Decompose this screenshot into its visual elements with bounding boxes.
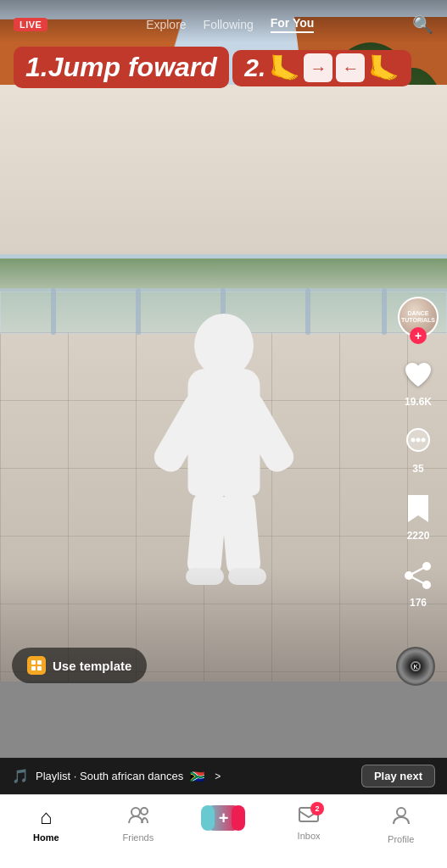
comment-action[interactable]: 35 bbox=[400, 423, 437, 475]
top-header: LIVE Explore Following For You 🔍 bbox=[0, 0, 447, 42]
like-icon-container bbox=[400, 356, 437, 393]
live-badge: LIVE bbox=[14, 18, 47, 31]
nav-item-profile[interactable]: Profile bbox=[376, 805, 427, 844]
bookmark-icon bbox=[404, 492, 433, 525]
heart-icon bbox=[402, 359, 434, 391]
svg-point-2 bbox=[416, 438, 421, 442]
person-head bbox=[194, 314, 254, 377]
nav-label-home: Home bbox=[33, 832, 59, 843]
template-grid-icon bbox=[31, 659, 42, 671]
template-icon bbox=[27, 656, 46, 675]
create-button[interactable]: + bbox=[204, 805, 242, 831]
svg-point-1 bbox=[411, 438, 416, 442]
jump-text-line1: 1.Jump foward bbox=[14, 47, 229, 88]
railing-post bbox=[136, 288, 141, 335]
bookmark-count: 2220 bbox=[407, 530, 430, 542]
bookmark-action[interactable]: 2220 bbox=[400, 490, 437, 542]
railing-post bbox=[305, 288, 310, 335]
share-action[interactable]: 176 bbox=[400, 557, 437, 609]
foot-right-emoji: 🦶 bbox=[368, 53, 400, 83]
svg-point-13 bbox=[131, 808, 140, 816]
wall bbox=[0, 85, 447, 254]
railing-post bbox=[382, 288, 387, 335]
bottom-nav: ⌂ Home Friends + 2 Inbox bbox=[0, 794, 447, 868]
share-count: 176 bbox=[410, 597, 427, 609]
profile-icon bbox=[391, 805, 411, 831]
playlist-icon: 🎵 bbox=[12, 768, 29, 784]
inbox-icon-wrapper: 2 bbox=[299, 805, 319, 827]
playlist-chevron-icon: > bbox=[215, 771, 221, 782]
use-template-button[interactable]: Use template bbox=[12, 648, 147, 683]
like-count: 19.6K bbox=[405, 396, 432, 408]
person-leg-right bbox=[220, 490, 261, 577]
tab-for-you[interactable]: For You bbox=[271, 16, 315, 33]
svg-rect-12 bbox=[37, 666, 42, 670]
music-disc[interactable]: K bbox=[396, 647, 435, 686]
flag-icon: 🇿🇦 bbox=[190, 770, 204, 783]
arrow-right-box: → bbox=[304, 53, 332, 82]
right-actions: DANCE TUTORIALS + 19.6K 35 bbox=[398, 297, 439, 609]
nav-label-friends: Friends bbox=[123, 832, 154, 843]
nav-label-profile: Profile bbox=[388, 834, 414, 844]
tab-explore[interactable]: Explore bbox=[146, 18, 186, 31]
nav-item-create[interactable]: + bbox=[204, 805, 242, 831]
comment-count: 35 bbox=[412, 463, 423, 475]
person-silhouette bbox=[165, 314, 283, 585]
svg-point-16 bbox=[397, 808, 405, 816]
avatar-label: DANCE TUTORIALS bbox=[400, 310, 437, 325]
comment-icon bbox=[402, 426, 434, 458]
railing-post bbox=[51, 288, 56, 335]
friends-icon bbox=[127, 805, 149, 829]
tab-following[interactable]: Following bbox=[204, 18, 254, 31]
bottom-info-area bbox=[0, 682, 447, 758]
bookmark-icon-container bbox=[400, 490, 437, 527]
playlist-bar: 🎵 Playlist · South african dances 🇿🇦 > P… bbox=[0, 758, 447, 794]
inbox-badge: 2 bbox=[310, 802, 324, 815]
svg-point-3 bbox=[422, 438, 426, 442]
svg-rect-9 bbox=[31, 660, 36, 665]
arrow-left-box: ← bbox=[336, 53, 365, 82]
svg-rect-11 bbox=[31, 666, 36, 670]
svg-line-8 bbox=[409, 576, 427, 585]
nav-item-inbox[interactable]: 2 Inbox bbox=[283, 805, 334, 841]
person-body bbox=[187, 369, 260, 496]
avatar-container: DANCE TUTORIALS + bbox=[398, 297, 439, 337]
music-disc-inner: K bbox=[411, 661, 421, 671]
svg-line-7 bbox=[409, 566, 427, 576]
music-disc-letter: K bbox=[413, 664, 417, 670]
step2-row: 2. 🦶 → ← 🦶 bbox=[232, 50, 411, 86]
playlist-text: Playlist · South african dances bbox=[36, 770, 183, 782]
foot-left-emoji: 🦶 bbox=[269, 53, 300, 83]
video-background bbox=[0, 0, 447, 737]
nav-tabs: Explore Following For You bbox=[146, 16, 314, 33]
svg-rect-10 bbox=[37, 660, 42, 665]
svg-point-14 bbox=[141, 808, 148, 815]
plus-icon: + bbox=[219, 809, 229, 828]
nav-label-inbox: Inbox bbox=[298, 831, 321, 841]
play-next-button[interactable]: Play next bbox=[361, 765, 435, 787]
use-template-label: Use template bbox=[53, 659, 131, 673]
step2-number: 2. bbox=[244, 53, 265, 82]
like-action[interactable]: 19.6K bbox=[400, 356, 437, 408]
home-icon: ⌂ bbox=[40, 805, 53, 829]
playlist-left[interactable]: 🎵 Playlist · South african dances 🇿🇦 > bbox=[12, 768, 221, 784]
nav-item-friends[interactable]: Friends bbox=[113, 805, 164, 843]
nav-item-home[interactable]: ⌂ Home bbox=[20, 805, 71, 843]
share-icon-container bbox=[400, 557, 437, 594]
follow-button[interactable]: + bbox=[410, 327, 427, 344]
comment-icon-container bbox=[400, 423, 437, 460]
share-icon bbox=[402, 559, 434, 592]
search-icon[interactable]: 🔍 bbox=[412, 14, 433, 35]
text-overlay: 1.Jump foward 2. 🦶 → ← 🦶 bbox=[14, 47, 411, 93]
